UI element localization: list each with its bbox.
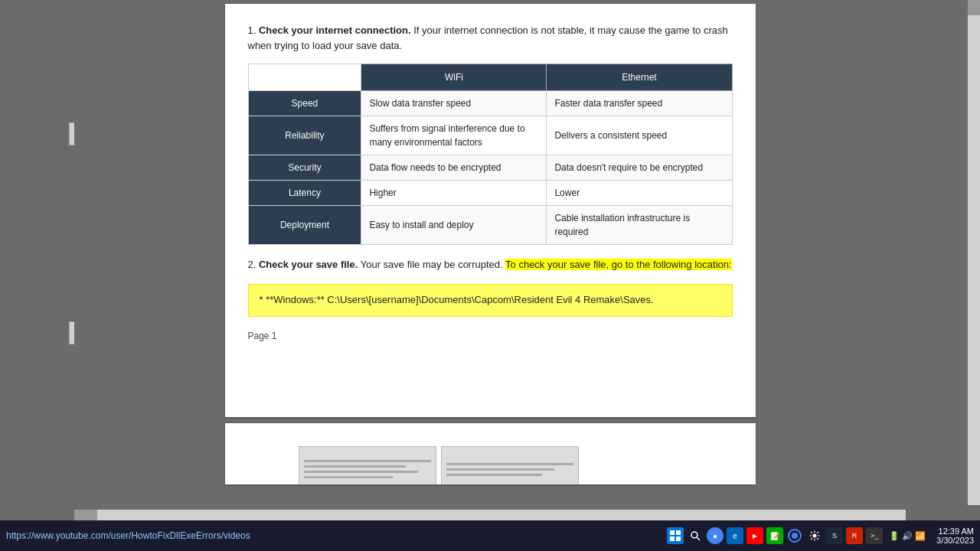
row-label-reliability: Reliability [248, 116, 361, 155]
ethernet-cell-deployment: Cable installation infrastructure is req… [547, 206, 732, 245]
svg-rect-3 [676, 536, 681, 541]
taskbar-url[interactable]: https://www.youtube.com/user/HowtoFixDll… [0, 530, 661, 541]
page-content: 1. Check your internet connection. If yo… [248, 23, 733, 343]
wifi-cell-speed: Slow data transfer speed [361, 91, 547, 116]
intro-bold: Check your internet connection. [259, 24, 411, 36]
app-red-icon[interactable]: R [846, 527, 863, 544]
vertical-scrollbar-track[interactable] [968, 0, 980, 505]
edge-icon[interactable]: e [727, 527, 743, 544]
battery-icon: 🔋 [889, 531, 900, 541]
section2-paragraph: 2. Check your save file. Your save file … [248, 257, 733, 273]
table-row: LatencyHigherLower [248, 181, 732, 206]
section2-highlighted: To check your save file, go to the follo… [505, 259, 732, 270]
ethernet-cell-latency: Lower [547, 181, 732, 206]
page2-inner [299, 439, 681, 484]
ethernet-header: Ethernet [547, 64, 732, 91]
note-icon[interactable]: 📝 [766, 527, 783, 544]
svg-point-7 [792, 533, 798, 539]
wifi-cell-latency: Higher [361, 181, 547, 206]
intro-number: 1. [248, 24, 256, 36]
windows-icon[interactable] [667, 527, 684, 544]
taskbar: https://www.youtube.com/user/HowtoFixDll… [0, 520, 980, 551]
svg-point-4 [691, 532, 697, 538]
table-row: SpeedSlow data transfer speedFaster data… [248, 91, 732, 116]
terminal-icon[interactable]: >_ [866, 527, 883, 544]
ethernet-cell-speed: Faster data transfer speed [547, 91, 732, 116]
taskbar-system-tray: 🔋 🔊 📶 [889, 531, 930, 541]
horizontal-scrollbar-thumb[interactable] [74, 510, 97, 520]
wifi-header: WiFi [361, 64, 547, 91]
volume-icon: 🔊 [902, 531, 913, 541]
wifi-cell-reliability: Suffers from signal interference due to … [361, 116, 547, 155]
table-row: SecurityData flow needs to be encryptedD… [248, 155, 732, 181]
chrome-circle-icon[interactable] [786, 527, 803, 544]
main-content-area: 1. Check your internet connection. If yo… [74, 0, 906, 520]
wifi-icon: 📶 [915, 531, 926, 541]
wifi-ethernet-table: WiFi Ethernet SpeedSlow data transfer sp… [248, 64, 733, 245]
ethernet-cell-security: Data doesn't require to be encrypted [547, 155, 732, 181]
code-block: * **Windows:** C:\Users\[username]\Docum… [248, 284, 733, 317]
section2-bold: Check your save file. [259, 259, 358, 270]
code-line1: * **Windows:** C:\Users\[username]\Docum… [260, 294, 654, 305]
svg-line-5 [697, 537, 700, 540]
youtube-icon[interactable]: ▶ [746, 527, 763, 544]
svg-rect-1 [676, 530, 681, 535]
clock-date: 3/30/2023 [936, 536, 974, 545]
vertical-scrollbar-thumb[interactable] [968, 0, 980, 15]
wifi-cell-deployment: Easy to install and deploy [361, 206, 547, 245]
row-label-security: Security [248, 155, 361, 181]
gear-icon[interactable] [806, 527, 823, 544]
horizontal-scrollbar[interactable] [74, 510, 906, 520]
taskbar-app-icons: ● e ▶ 📝 S [661, 527, 889, 544]
wifi-cell-security: Data flow needs to be encrypted [361, 155, 547, 181]
row-label-latency: Latency [248, 181, 361, 206]
steam-icon[interactable]: S [826, 527, 843, 544]
row-label-deployment: Deployment [248, 206, 361, 245]
svg-point-8 [813, 534, 817, 538]
intro-paragraph: 1. Check your internet connection. If yo… [248, 23, 733, 53]
page-number: Page 1 [248, 329, 733, 343]
row-label-speed: Speed [248, 91, 361, 116]
clock-time: 12:39 AM [936, 527, 974, 536]
section2-number: 2. [248, 259, 256, 270]
chrome-icon[interactable]: ● [707, 527, 724, 544]
svg-rect-2 [670, 536, 675, 541]
url-text: https://www.youtube.com/user/HowtoFixDll… [6, 530, 250, 541]
taskbar-clock: 12:39 AM 3/30/2023 [930, 527, 980, 545]
document-page-2-preview [225, 423, 756, 484]
svg-rect-0 [670, 530, 675, 535]
ethernet-cell-reliability: Delivers a consistent speed [547, 116, 732, 155]
section2-rest-normal: Your save file may be corrupted. [361, 259, 503, 270]
table-row: ReliabilitySuffers from signal interfere… [248, 116, 732, 155]
table-row: DeploymentEasy to install and deployCabl… [248, 206, 732, 245]
document-page-1: 1. Check your internet connection. If yo… [225, 4, 756, 417]
search-icon[interactable] [687, 527, 704, 544]
